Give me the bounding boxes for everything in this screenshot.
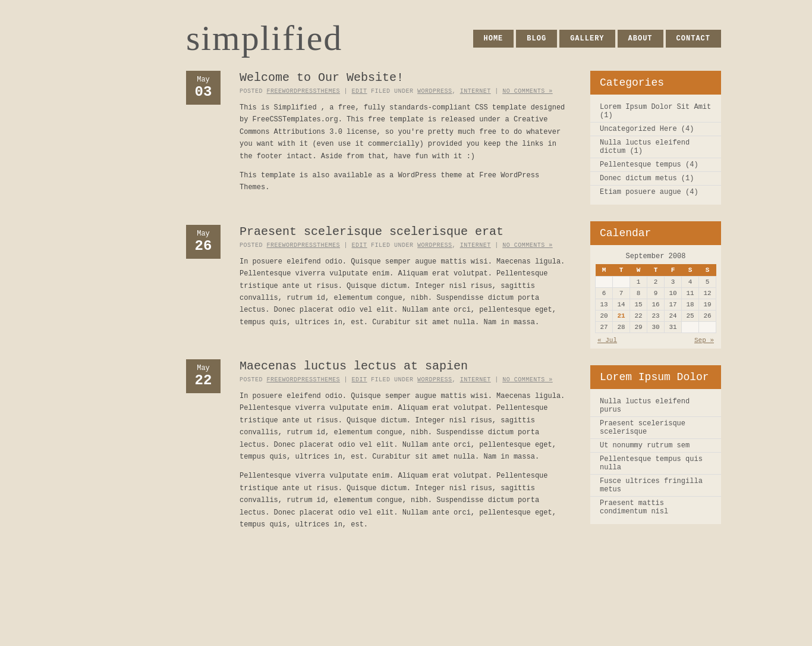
category-item[interactable]: Donec dictum metus (1) [590,172,721,186]
post-2: May22Maecenas luctus lectus at sapienPOS… [186,359,572,538]
cal-day[interactable]: 26 [699,311,716,322]
post-month: May [186,76,221,84]
lorem-item[interactable]: Fusce ultrices fringilla metus [590,475,721,497]
cal-day[interactable]: 14 [613,299,630,311]
cal-day[interactable]: 31 [665,322,682,333]
cal-day[interactable]: 23 [647,311,665,322]
date-badge: May26 [186,225,221,259]
post-paragraph: This is Simplified , a free, fully stand… [240,102,572,162]
cal-day[interactable]: 2 [647,277,665,288]
post-paragraph: In posuere eleifend odio. Quisque semper… [240,256,572,328]
nav-item-about[interactable]: ABOUT [618,30,663,48]
lorem-item[interactable]: Praesent mattis condimentum nisl [590,497,721,518]
cal-prev[interactable]: « Jul [597,337,617,344]
post-meta: POSTED FREEWORDPRESSTHEMES | EDIT FILED … [240,88,572,95]
post-day: 03 [186,84,221,100]
cal-header: T [613,264,630,277]
cal-header: T [647,264,665,277]
post-1: May26Praesent scelerisque scelerisque er… [186,225,572,335]
nav-item-home[interactable]: HOME [473,30,514,48]
cal-day[interactable]: 24 [665,311,682,322]
cal-day [699,322,716,333]
category-item[interactable]: Etiam posuere augue (4) [590,186,721,199]
cal-day [682,322,699,333]
lorem-item[interactable]: Nulla luctus eleifend purus [590,395,721,417]
cal-day[interactable]: 8 [630,288,647,299]
cal-day[interactable]: 11 [682,288,699,299]
cal-next[interactable]: Sep » [694,337,714,344]
date-badge: May22 [186,359,221,393]
date-badge: May03 [186,71,221,105]
post-title: Praesent scelerisque scelerisque erat [240,225,572,239]
cal-day [613,277,630,288]
cal-day[interactable]: 13 [596,299,613,311]
cal-day[interactable]: 12 [699,288,716,299]
post-paragraph: This template is also available as a Wor… [240,170,572,194]
post-day: 26 [186,238,221,254]
cal-day[interactable]: 21 [613,311,630,322]
cal-day[interactable]: 6 [596,288,613,299]
calendar-nav: « JulSep » [595,333,716,344]
category-item[interactable]: Pellentesque tempus (4) [590,158,721,172]
post-content: Maecenas luctus lectus at sapienPOSTED F… [240,359,572,538]
post-content: Praesent scelerisque scelerisque eratPOS… [240,225,572,335]
lorem-item[interactable]: Praesent scelerisque scelerisque [590,417,721,439]
page-wrapper: May03Welcome to Our Website!POSTED FREEW… [79,71,733,585]
cal-day[interactable]: 3 [665,277,682,288]
post-header-row: May22Maecenas luctus lectus at sapienPOS… [186,359,572,538]
category-item[interactable]: Nulla luctus eleifend dictum (1) [590,136,721,158]
cal-day[interactable]: 19 [699,299,716,311]
categories-widget: CategoriesLorem Ipsum Dolor Sit Amit (1)… [590,71,721,205]
cal-day[interactable]: 7 [613,288,630,299]
cal-header: M [596,264,613,277]
post-month: May [186,230,221,238]
nav-item-blog[interactable]: BLOG [516,30,557,48]
calendar-widget: CalendarSeptember 2008MTWTFSS12345678910… [590,221,721,349]
cal-day[interactable]: 22 [630,311,647,322]
calendar-body: September 2008MTWTFSS1234567891011121314… [590,245,721,349]
cal-day[interactable]: 27 [596,322,613,333]
cal-day[interactable]: 1 [630,277,647,288]
categories-title: Categories [590,71,721,95]
category-item[interactable]: Uncategorized Here (4) [590,123,721,136]
cal-day[interactable]: 18 [682,299,699,311]
main-nav: HOMEBLOGGALLERYABOUTCONTACT [473,30,721,48]
nav-item-gallery[interactable]: GALLERY [559,30,615,48]
cal-day[interactable]: 15 [630,299,647,311]
nav-item-contact[interactable]: CONTACT [666,30,721,48]
cal-day[interactable]: 25 [682,311,699,322]
post-header-row: May26Praesent scelerisque scelerisque er… [186,225,572,335]
cal-day[interactable]: 28 [613,322,630,333]
lorem-item[interactable]: Ut nonummy rutrum sem [590,439,721,453]
cal-day[interactable]: 16 [647,299,665,311]
post-0: May03Welcome to Our Website!POSTED FREEW… [186,71,572,201]
lorem-body: Nulla luctus eleifend purusPraesent scel… [590,389,721,524]
cal-day[interactable]: 20 [596,311,613,322]
post-header-row: May03Welcome to Our Website!POSTED FREEW… [186,71,572,201]
cal-day[interactable]: 10 [665,288,682,299]
cal-day[interactable]: 4 [682,277,699,288]
post-meta: POSTED FREEWORDPRESSTHEMES | EDIT FILED … [240,242,572,249]
calendar-title: Calendar [590,221,721,245]
cal-header: F [665,264,682,277]
lorem-item[interactable]: Pellentesque tempus quis nulla [590,453,721,475]
post-meta: POSTED FREEWORDPRESSTHEMES | EDIT FILED … [240,377,572,383]
lorem-title: Lorem Ipsum Dolor [590,365,721,389]
post-paragraph: Pellentesque viverra vulputate enim. Ali… [240,470,572,531]
main-content: May03Welcome to Our Website!POSTED FREEW… [186,71,572,562]
site-header: simplified HOMEBLOGGALLERYABOUTCONTACT [79,0,733,71]
cal-day[interactable]: 17 [665,299,682,311]
cal-day[interactable]: 30 [647,322,665,333]
category-item[interactable]: Lorem Ipsum Dolor Sit Amit (1) [590,101,721,123]
post-paragraph: In posuere eleifend odio. Quisque semper… [240,390,572,463]
site-title: simplified [186,18,342,59]
post-month: May [186,364,221,372]
cal-day [596,277,613,288]
cal-header: S [682,264,699,277]
post-title: Maecenas luctus lectus at sapien [240,359,572,373]
cal-day[interactable]: 5 [699,277,716,288]
post-content: Welcome to Our Website!POSTED FREEWORDPR… [240,71,572,201]
cal-day[interactable]: 9 [647,288,665,299]
cal-day[interactable]: 29 [630,322,647,333]
sidebar: CategoriesLorem Ipsum Dolor Sit Amit (1)… [590,71,721,562]
